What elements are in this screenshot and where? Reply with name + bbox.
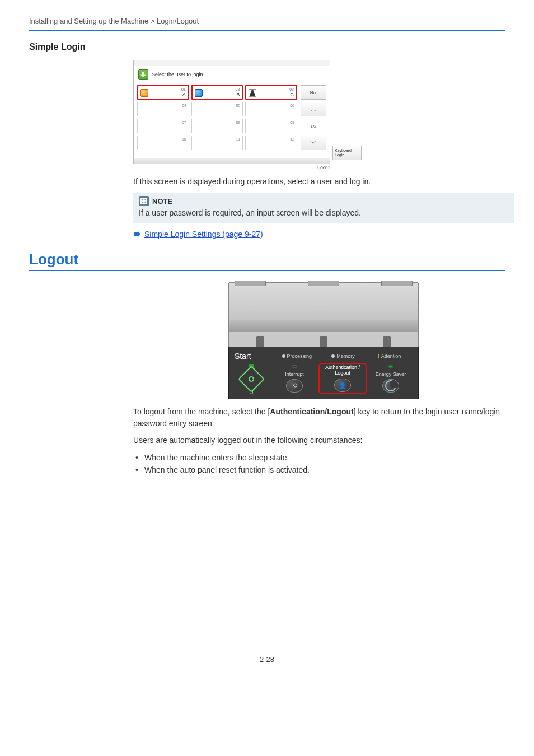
page-indicator: 1/2 <box>301 119 326 133</box>
divider <box>29 30 505 31</box>
processing-indicator: Processing <box>274 353 320 359</box>
login-panel: Select the user to login. 01A 02B 03C 04… <box>133 60 330 170</box>
start-button[interactable] <box>235 364 268 393</box>
user-cell-12[interactable]: 12 <box>245 136 297 150</box>
user-cell-04[interactable]: 04 <box>137 102 189 116</box>
keyboard-login-button[interactable]: Keyboard Login <box>332 146 362 160</box>
user-cell-05[interactable]: 05 <box>191 102 243 116</box>
user-cell-09[interactable]: 09 <box>245 119 297 133</box>
user-cell-10[interactable]: 10 <box>137 136 189 150</box>
user-icon <box>140 89 148 97</box>
start-label: Start <box>235 352 274 361</box>
page-up-button[interactable]: ︿ <box>301 102 326 116</box>
attention-indicator: !Attention <box>366 353 413 359</box>
user-cell-02[interactable]: 02B <box>191 85 243 100</box>
divider <box>29 270 505 271</box>
note-label: NOTE <box>152 197 172 206</box>
energy-saver-button[interactable]: Energy Saver <box>369 365 413 393</box>
user-icon <box>195 89 203 97</box>
no-button[interactable]: No. <box>301 85 326 100</box>
page-down-button[interactable]: ﹀ <box>301 136 326 150</box>
svg-marker-0 <box>134 231 140 237</box>
bullet-item: When the machine enters the sleep state. <box>133 451 514 464</box>
note-icon <box>139 196 149 206</box>
memory-indicator: Memory <box>320 353 367 359</box>
login-prompt: Select the user to login. <box>152 72 204 77</box>
auth-logout-button[interactable]: Authentication / Logout 👤 <box>321 365 364 392</box>
user-cell-08[interactable]: 08 <box>191 119 243 133</box>
person-icon: 👤 <box>335 379 350 391</box>
user-cell-03[interactable]: 03C <box>245 85 297 100</box>
bullet-item: When the auto panel reset function is ac… <box>133 464 514 476</box>
user-cell-11[interactable]: 11 <box>191 136 243 150</box>
section-title: Simple Login <box>29 42 505 52</box>
xref-link[interactable]: Simple Login Settings (page 9-27) <box>144 230 263 239</box>
note-box: NOTE If a user password is required, an … <box>133 193 514 223</box>
user-icon <box>249 89 256 97</box>
page-number: 2-28 <box>29 655 505 680</box>
interrupt-icon: ⟲ <box>287 380 302 392</box>
logout-text-1: To logout from the machine, select the [… <box>133 406 514 429</box>
logout-text-2: Users are automatically logged out in th… <box>133 435 514 446</box>
moon-icon <box>383 380 399 392</box>
login-header-icon <box>138 69 148 80</box>
logout-heading: Logout <box>29 251 505 268</box>
after-panel-text: If this screen is displayed during opera… <box>133 176 514 187</box>
note-text: If a user password is required, an input… <box>139 208 508 217</box>
breadcrumb: Installing and Setting up the Machine > … <box>29 17 505 25</box>
user-cell-06[interactable]: 06 <box>245 102 297 116</box>
user-cell-07[interactable]: 07 <box>137 119 189 133</box>
user-cell-01[interactable]: 01A <box>137 85 189 100</box>
panel-code: lg0601 <box>133 165 330 170</box>
control-panel: Start Processing Memory !Attention Inter… <box>228 282 419 399</box>
arrow-right-icon <box>133 230 141 238</box>
interrupt-button[interactable]: Interrupt ⟲ <box>273 365 316 393</box>
